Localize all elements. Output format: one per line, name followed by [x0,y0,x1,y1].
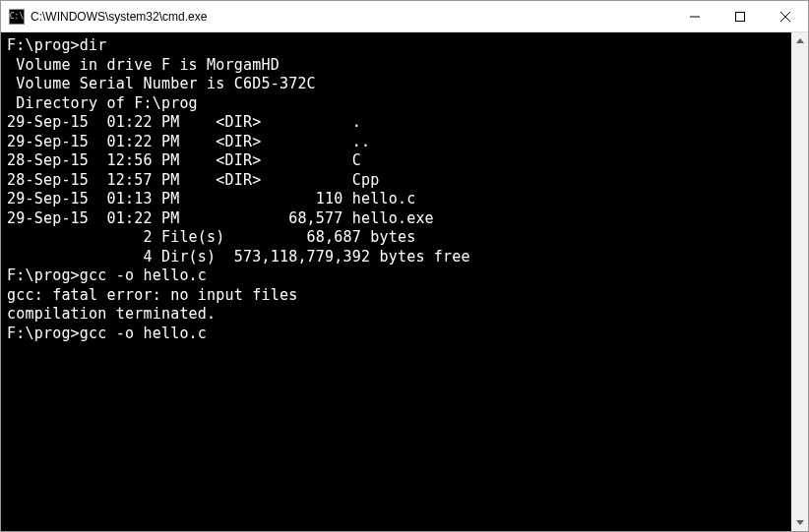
scroll-track[interactable] [791,49,808,514]
chevron-up-icon [796,38,804,43]
console-line: 29-Sep-15 01:22 PM <DIR> .. [7,133,785,152]
maximize-icon [735,12,745,22]
close-button[interactable] [763,2,808,31]
maximize-button[interactable] [717,2,763,31]
console-line: compilation terminated. [7,305,785,325]
console-line: 29-Sep-15 01:22 PM 68,577 hello.exe [7,209,785,229]
console-line: 29-Sep-15 01:13 PM 110 hello.c [7,190,785,209]
window-controls [672,2,808,31]
chevron-down-icon [796,520,804,525]
console-output[interactable]: F:\prog>dir Volume in drive F is MorgamH… [1,32,791,531]
vertical-scrollbar[interactable] [791,32,808,531]
console-line: Directory of F:\prog [7,94,785,114]
console-prompt-text: F:\prog>gcc -o hello.c [7,325,207,342]
scroll-down-button[interactable] [791,514,808,531]
console-line: 28-Sep-15 12:56 PM <DIR> C [7,151,785,171]
console-line: Volume Serial Number is C6D5-372C [7,75,785,94]
minimize-button[interactable] [672,2,717,31]
console-line: F:\prog>gcc -o hello.c [7,266,785,286]
client-area: F:\prog>dir Volume in drive F is MorgamH… [1,32,808,531]
console-line: 29-Sep-15 01:22 PM <DIR> . [7,113,785,133]
window-title: C:\WINDOWS\system32\cmd.exe [31,10,672,24]
text-cursor [207,336,216,338]
minimize-icon [690,12,700,22]
close-icon [780,12,790,22]
cmd-window: C:\ C:\WINDOWS\system32\cmd.exe F:\prog>… [0,0,809,532]
console-line: F:\prog>dir [7,36,785,56]
console-line: 4 Dir(s) 573,118,779,392 bytes free [7,248,785,267]
cmd-icon: C:\ [9,9,25,25]
console-line: 2 File(s) 68,687 bytes [7,228,785,248]
svg-rect-1 [736,12,745,21]
titlebar[interactable]: C:\ C:\WINDOWS\system32\cmd.exe [1,1,808,32]
scroll-up-button[interactable] [791,32,808,49]
console-line: Volume in drive F is MorgamHD [7,56,785,76]
console-current-line: F:\prog>gcc -o hello.c [7,325,785,344]
console-line: gcc: fatal error: no input files [7,286,785,306]
console-line: 28-Sep-15 12:57 PM <DIR> Cpp [7,171,785,191]
